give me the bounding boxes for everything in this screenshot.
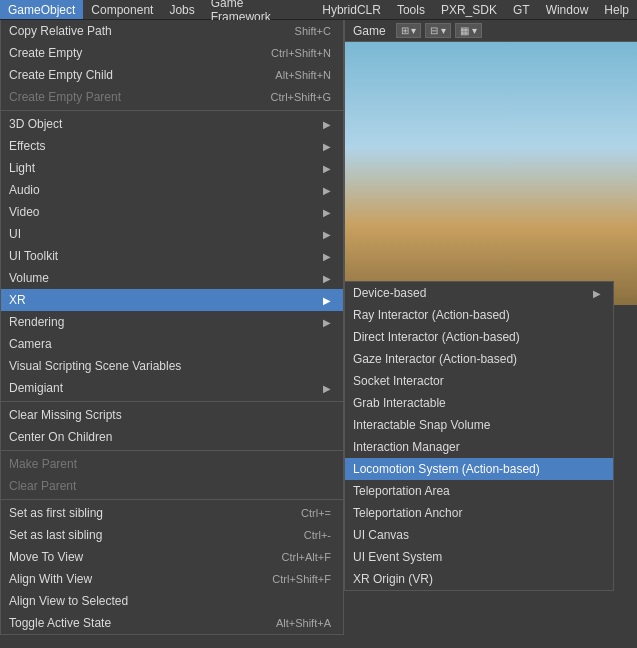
menu-item-clear-parent[interactable]: Clear Parent — [1, 475, 343, 497]
menu-pxrsdk[interactable]: PXR_SDK — [433, 0, 505, 19]
menu-item-create-empty-parent[interactable]: Create Empty Parent Ctrl+Shift+G — [1, 86, 343, 108]
submenu-item-socket-interactor[interactable]: Socket Interactor — [345, 370, 613, 392]
game-panel: Game ⊞ ▾ ⊟ ▾ ▦ ▾ — [344, 20, 637, 305]
menu-item-set-last-sibling[interactable]: Set as last sibling Ctrl+- — [1, 524, 343, 546]
menu-gt[interactable]: GT — [505, 0, 538, 19]
submenu-item-gaze-interactor[interactable]: Gaze Interactor (Action-based) — [345, 348, 613, 370]
menu-item-move-to-view[interactable]: Move To View Ctrl+Alt+F — [1, 546, 343, 568]
separator-2 — [1, 401, 343, 402]
separator-3 — [1, 450, 343, 451]
game-ctrl-grid[interactable]: ⊞ ▾ — [396, 23, 422, 38]
game-panel-controls: ⊞ ▾ ⊟ ▾ ▦ ▾ — [396, 23, 482, 38]
menu-item-ui[interactable]: UI ▶ — [1, 223, 343, 245]
menu-gameframework[interactable]: Game Framework — [203, 0, 314, 19]
submenu-item-teleportation-area[interactable]: Teleportation Area — [345, 480, 613, 502]
submenu-item-ray-interactor[interactable]: Ray Interactor (Action-based) — [345, 304, 613, 326]
menu-bar: GameObject Component Jobs Game Framework… — [0, 0, 637, 20]
submenu-item-grab-interactable[interactable]: Grab Interactable — [345, 392, 613, 414]
menu-jobs[interactable]: Jobs — [161, 0, 202, 19]
submenu-item-direct-interactor[interactable]: Direct Interactor (Action-based) — [345, 326, 613, 348]
submenu-item-interactable-snap-volume[interactable]: Interactable Snap Volume — [345, 414, 613, 436]
menu-item-3d-object[interactable]: 3D Object ▶ — [1, 113, 343, 135]
menu-item-visual-scripting[interactable]: Visual Scripting Scene Variables — [1, 355, 343, 377]
submenu-item-interaction-manager[interactable]: Interaction Manager — [345, 436, 613, 458]
game-panel-title: Game — [353, 24, 386, 38]
menu-item-xr[interactable]: XR ▶ — [1, 289, 343, 311]
menu-item-audio[interactable]: Audio ▶ — [1, 179, 343, 201]
separator-4 — [1, 499, 343, 500]
submenu-item-locomotion-system[interactable]: Locomotion System (Action-based) — [345, 458, 613, 480]
menu-item-center-on-children[interactable]: Center On Children — [1, 426, 343, 448]
menu-item-align-view-to-selected[interactable]: Align View to Selected — [1, 590, 343, 612]
submenu-item-device-based[interactable]: Device-based ▶ — [345, 282, 613, 304]
menu-item-create-empty-child[interactable]: Create Empty Child Alt+Shift+N — [1, 64, 343, 86]
main-dropdown-menu: Copy Relative Path Shift+C Create Empty … — [0, 20, 344, 635]
separator-1 — [1, 110, 343, 111]
menu-gameobject[interactable]: GameObject — [0, 0, 83, 19]
game-viewport — [345, 42, 637, 305]
menu-item-copy-relative-path[interactable]: Copy Relative Path Shift+C — [1, 20, 343, 42]
menu-item-make-parent[interactable]: Make Parent — [1, 453, 343, 475]
xr-submenu: Device-based ▶ Ray Interactor (Action-ba… — [344, 281, 614, 591]
menu-item-ui-toolkit[interactable]: UI Toolkit ▶ — [1, 245, 343, 267]
game-panel-header: Game ⊞ ▾ ⊟ ▾ ▦ ▾ — [345, 20, 637, 42]
game-ctrl-aspect[interactable]: ⊟ ▾ — [425, 23, 451, 38]
menu-tools[interactable]: Tools — [389, 0, 433, 19]
menu-item-align-with-view[interactable]: Align With View Ctrl+Shift+F — [1, 568, 343, 590]
menu-item-volume[interactable]: Volume ▶ — [1, 267, 343, 289]
menu-item-video[interactable]: Video ▶ — [1, 201, 343, 223]
menu-hybridclr[interactable]: HybridCLR — [314, 0, 389, 19]
menu-item-set-first-sibling[interactable]: Set as first sibling Ctrl+= — [1, 502, 343, 524]
menu-item-camera[interactable]: Camera — [1, 333, 343, 355]
game-ctrl-resolution[interactable]: ▦ ▾ — [455, 23, 482, 38]
menu-item-clear-missing-scripts[interactable]: Clear Missing Scripts — [1, 404, 343, 426]
menu-item-demigiant[interactable]: Demigiant ▶ — [1, 377, 343, 399]
menu-window[interactable]: Window — [538, 0, 597, 19]
menu-item-light[interactable]: Light ▶ — [1, 157, 343, 179]
menu-component[interactable]: Component — [83, 0, 161, 19]
menu-item-create-empty[interactable]: Create Empty Ctrl+Shift+N — [1, 42, 343, 64]
menu-item-effects[interactable]: Effects ▶ — [1, 135, 343, 157]
menu-item-toggle-active-state[interactable]: Toggle Active State Alt+Shift+A — [1, 612, 343, 634]
submenu-item-ui-event-system[interactable]: UI Event System — [345, 546, 613, 568]
submenu-item-ui-canvas[interactable]: UI Canvas — [345, 524, 613, 546]
submenu-item-teleportation-anchor[interactable]: Teleportation Anchor — [345, 502, 613, 524]
menu-help[interactable]: Help — [596, 0, 637, 19]
menu-item-rendering[interactable]: Rendering ▶ — [1, 311, 343, 333]
submenu-item-xr-origin[interactable]: XR Origin (VR) — [345, 568, 613, 590]
